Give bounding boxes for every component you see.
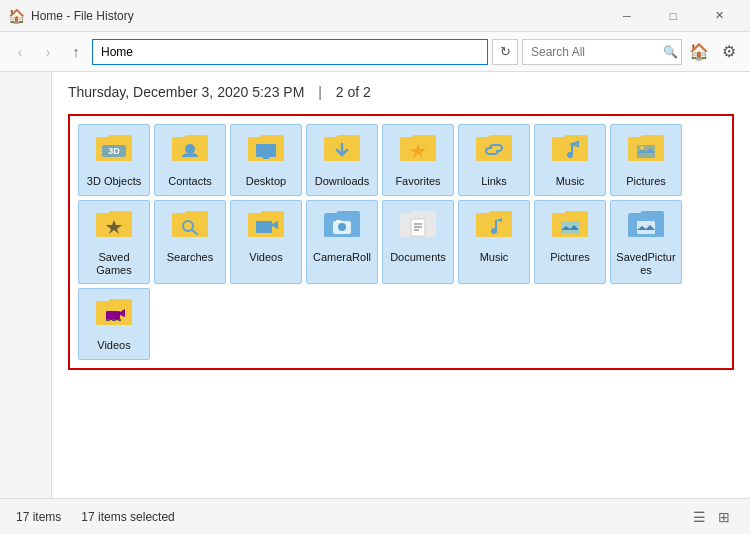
- title-bar: 🏠 Home - File History ─ □ ✕: [0, 0, 750, 32]
- svg-text:3D: 3D: [108, 146, 120, 156]
- folder-icon-savedgames: [94, 207, 134, 247]
- folder-icon-savedpictures: [626, 207, 666, 247]
- address-input[interactable]: [92, 39, 488, 65]
- svg-point-18: [491, 228, 497, 234]
- file-label-links: Links: [481, 175, 507, 188]
- close-button[interactable]: ✕: [696, 0, 742, 32]
- view-grid-button[interactable]: ⊞: [714, 507, 734, 527]
- folder-icon-3dobjects: 3D: [94, 131, 134, 171]
- folder-icon-videos2: [94, 295, 134, 335]
- file-item-documents[interactable]: Documents: [382, 200, 454, 284]
- file-label-documents: Documents: [390, 251, 446, 264]
- svg-rect-4: [263, 157, 269, 159]
- search-input[interactable]: [522, 39, 682, 65]
- file-item-favorites[interactable]: Favorites: [382, 124, 454, 196]
- svg-rect-13: [336, 220, 341, 222]
- file-item-music1[interactable]: Music: [534, 124, 606, 196]
- title-bar-title: Home - File History: [31, 9, 134, 23]
- folder-icon-documents: [398, 207, 438, 247]
- page-info: 2 of 2: [336, 84, 371, 100]
- separator: |: [318, 84, 322, 100]
- file-label-contacts: Contacts: [168, 175, 211, 188]
- file-item-3dobjects[interactable]: 3D 3D Objects: [78, 124, 150, 196]
- folder-icon-links: [474, 131, 514, 171]
- search-button[interactable]: 🔍: [663, 45, 678, 59]
- file-label-desktop: Desktop: [246, 175, 286, 188]
- file-item-videos1[interactable]: Videos: [230, 200, 302, 284]
- file-item-savedpictures[interactable]: SavedPictures: [610, 200, 682, 284]
- main-area: Thursday, December 3, 2020 5:23 PM | 2 o…: [0, 72, 750, 498]
- file-label-downloads: Downloads: [315, 175, 369, 188]
- minimize-button[interactable]: ─: [604, 0, 650, 32]
- forward-button[interactable]: ›: [36, 40, 60, 64]
- folder-icon-favorites: [398, 131, 438, 171]
- folder-icon-pictures1: [626, 131, 666, 171]
- folder-icon-pictures2: [550, 207, 590, 247]
- item-count: 17 items: [16, 510, 61, 524]
- file-item-pictures1[interactable]: Pictures: [610, 124, 682, 196]
- home-icon-button[interactable]: 🏠: [686, 39, 712, 65]
- selected-count: 17 items selected: [81, 510, 174, 524]
- file-label-savedpictures: SavedPictures: [615, 251, 677, 277]
- svg-rect-21: [106, 311, 120, 320]
- svg-rect-23: [112, 319, 116, 321]
- folder-icon-desktop: [246, 131, 286, 171]
- file-grid-container: 3D 3D Objects Contacts: [68, 114, 734, 370]
- svg-point-12: [338, 223, 346, 231]
- file-item-desktop[interactable]: Desktop: [230, 124, 302, 196]
- search-wrap: 🔍: [522, 39, 682, 65]
- svg-rect-24: [118, 319, 121, 321]
- svg-point-5: [567, 152, 573, 158]
- svg-rect-22: [106, 319, 110, 321]
- file-label-music2: Music: [480, 251, 509, 264]
- date-text: Thursday, December 3, 2020 5:23 PM: [68, 84, 304, 100]
- view-list-button[interactable]: ☰: [689, 507, 710, 527]
- file-label-savedgames: Saved Games: [83, 251, 145, 277]
- file-label-searches: Searches: [167, 251, 213, 264]
- folder-icon-music1: [550, 131, 590, 171]
- folder-icon-videos1: [246, 207, 286, 247]
- file-item-music2[interactable]: Music: [458, 200, 530, 284]
- svg-rect-3: [256, 144, 276, 157]
- file-label-cameraroll: CameraRoll: [313, 251, 371, 264]
- address-bar: ‹ › ↑ ↻ 🔍 🏠 ⚙: [0, 32, 750, 72]
- file-label-pictures2: Pictures: [550, 251, 590, 264]
- sidebar: [0, 72, 52, 498]
- settings-icon-button[interactable]: ⚙: [716, 39, 742, 65]
- folder-icon-music2: [474, 207, 514, 247]
- view-controls: ☰ ⊞: [689, 507, 734, 527]
- file-label-favorites: Favorites: [395, 175, 440, 188]
- title-bar-left: 🏠 Home - File History: [8, 8, 134, 24]
- folder-icon-downloads: [322, 131, 362, 171]
- folder-icon-contacts: [170, 131, 210, 171]
- date-header: Thursday, December 3, 2020 5:23 PM | 2 o…: [68, 84, 734, 100]
- title-bar-controls: ─ □ ✕: [604, 0, 742, 32]
- file-item-downloads[interactable]: Downloads: [306, 124, 378, 196]
- svg-point-2: [185, 144, 195, 154]
- file-item-videos2[interactable]: Videos: [78, 288, 150, 360]
- svg-rect-10: [256, 221, 272, 233]
- file-item-contacts[interactable]: Contacts: [154, 124, 226, 196]
- file-label-pictures1: Pictures: [626, 175, 666, 188]
- file-item-links[interactable]: Links: [458, 124, 530, 196]
- file-label-videos1: Videos: [249, 251, 282, 264]
- file-label-3dobjects: 3D Objects: [87, 175, 141, 188]
- file-item-searches[interactable]: Searches: [154, 200, 226, 284]
- file-grid: 3D 3D Objects Contacts: [78, 124, 724, 360]
- content-area: Thursday, December 3, 2020 5:23 PM | 2 o…: [52, 72, 750, 498]
- status-bar: 17 items 17 items selected ☰ ⊞: [0, 498, 750, 534]
- file-item-cameraroll[interactable]: CameraRoll: [306, 200, 378, 284]
- file-item-savedgames[interactable]: Saved Games: [78, 200, 150, 284]
- back-button[interactable]: ‹: [8, 40, 32, 64]
- file-label-videos2: Videos: [97, 339, 130, 352]
- file-item-pictures2[interactable]: Pictures: [534, 200, 606, 284]
- folder-icon-searches: [170, 207, 210, 247]
- file-label-music1: Music: [556, 175, 585, 188]
- svg-point-7: [640, 146, 644, 150]
- refresh-button[interactable]: ↻: [492, 39, 518, 65]
- maximize-button[interactable]: □: [650, 0, 696, 32]
- folder-icon-cameraroll: [322, 207, 362, 247]
- up-button[interactable]: ↑: [64, 40, 88, 64]
